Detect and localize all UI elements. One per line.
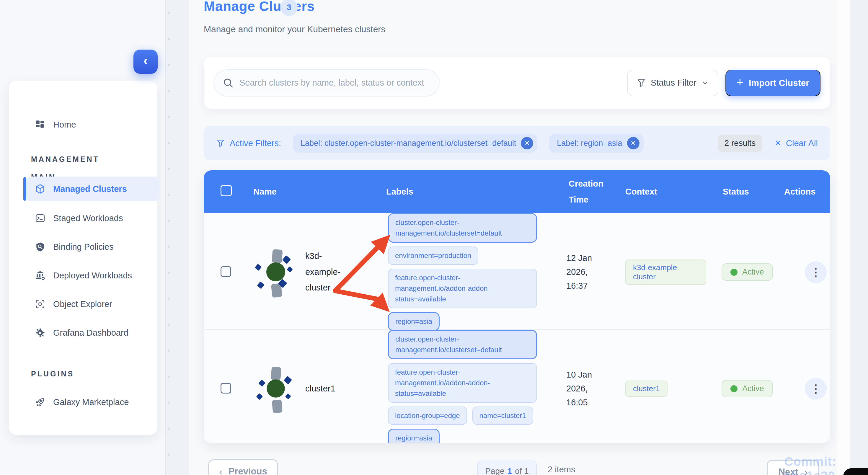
chevron-left-icon: ‹ xyxy=(219,466,222,475)
remove-filter-icon[interactable]: ✕ xyxy=(521,137,533,149)
status-label: Active xyxy=(742,384,764,393)
sidebar: MAIN Home MANAGEMENT Managed Clusters St… xyxy=(9,81,157,435)
sidebar-divider xyxy=(23,145,144,145)
right-background-strip xyxy=(837,0,850,475)
sidebar-item-binding-policies[interactable]: Binding Policies xyxy=(26,238,159,256)
row-actions-menu-button[interactable]: ⋮ xyxy=(805,261,827,283)
page-indicator: Page 1 of 1 xyxy=(477,461,537,475)
table-row: k3d-example-cluster cluster.open-cluster… xyxy=(204,213,830,329)
cube-icon xyxy=(35,184,45,194)
actions-cell: ⋮ xyxy=(768,261,830,283)
active-filters-title: Active Filters: xyxy=(216,138,281,148)
dashboard-grid-icon xyxy=(35,119,45,130)
label-chip[interactable]: region=asia xyxy=(388,429,440,443)
context-chip[interactable]: cluster1 xyxy=(625,381,668,397)
label-chip[interactable]: region=asia xyxy=(388,312,440,331)
toolbar-card: Status Filter + Import Cluster xyxy=(204,57,830,108)
label-chip[interactable]: feature.open-cluster-management.io/addon… xyxy=(388,363,537,403)
terminal-icon xyxy=(35,213,45,223)
label-chip[interactable]: location-group=edge xyxy=(388,407,467,425)
search-field-wrapper xyxy=(213,69,440,97)
label-chip-row: location-group=edge name=cluster1 xyxy=(388,407,533,425)
sidebar-item-label: Object Explorer xyxy=(53,299,112,309)
header-cell-actions: Actions xyxy=(768,187,830,197)
status-label: Active xyxy=(742,267,764,277)
sidebar-item-label: Grafana Dashboard xyxy=(53,328,128,338)
previous-page-button[interactable]: ‹ Previous xyxy=(208,460,278,475)
results-count-badge: 2 results xyxy=(718,135,762,152)
row-checkbox-cell xyxy=(204,383,237,395)
filter-chip-region: Label: region=asia ✕ xyxy=(549,134,643,153)
items-count: 2 items xyxy=(548,465,575,474)
vertical-divider xyxy=(165,0,166,475)
row-checkbox[interactable] xyxy=(221,266,231,277)
header-cell-checkbox xyxy=(204,185,237,198)
active-item-indicator xyxy=(23,177,26,201)
table-header-row: Name Labels Creation Time Context Status… xyxy=(204,170,830,213)
context-chip[interactable]: k3d-example-cluster xyxy=(625,259,706,285)
sidebar-collapse-button[interactable]: ‹ xyxy=(133,50,158,74)
name-cell: cluster1 xyxy=(237,364,370,414)
search-icon xyxy=(222,77,234,89)
context-cell: cluster1 xyxy=(609,381,706,397)
current-page: 1 xyxy=(507,467,512,475)
active-filters-label: Active Filters: xyxy=(230,138,281,148)
bank-check-icon xyxy=(35,270,45,281)
page-label: Page xyxy=(485,467,504,475)
sidebar-divider xyxy=(23,356,144,356)
close-icon: ✕ xyxy=(524,139,530,147)
status-filter-label: Status Filter xyxy=(651,78,696,88)
table-row: cluster1 cluster.open-cluster-management… xyxy=(204,329,830,443)
sidebar-item-home[interactable]: Home xyxy=(26,115,159,134)
page-title: Manage Clusters xyxy=(204,0,315,14)
sidebar-heading-management: MANAGEMENT xyxy=(31,155,99,163)
creation-time: 12 Jan 2026, 16:37 xyxy=(566,251,600,293)
creation-time-cell: 12 Jan 2026, 16:37 xyxy=(552,251,609,293)
context-cell: k3d-example-cluster xyxy=(609,259,706,285)
funnel-icon xyxy=(637,78,646,88)
sidebar-item-label: Deployed Workloads xyxy=(53,271,132,281)
sidebar-item-deployed-workloads[interactable]: Deployed Workloads xyxy=(26,266,159,285)
cluster-name[interactable]: k3d-example-cluster xyxy=(305,248,354,296)
cluster-name[interactable]: cluster1 xyxy=(305,381,354,397)
sidebar-heading-plugins: PLUGINS xyxy=(31,370,74,378)
label-chip[interactable]: name=cluster1 xyxy=(472,407,533,425)
corner-widget[interactable] xyxy=(843,468,868,475)
label-chip[interactable]: feature.open-cluster-management.io/addon… xyxy=(388,268,537,308)
creation-time: 10 Jan 2026, 16:05 xyxy=(566,368,600,409)
status-filter-button[interactable]: Status Filter xyxy=(627,70,718,96)
filter-chip-label: Label: region=asia xyxy=(557,139,622,148)
row-checkbox-cell xyxy=(204,266,237,278)
labels-cell: cluster.open-cluster-management.io/clust… xyxy=(370,213,552,331)
search-input[interactable] xyxy=(214,70,439,96)
status-badge: Active xyxy=(721,380,773,398)
filter-chip-clusterset: Label: cluster.open-cluster-management.i… xyxy=(293,134,537,153)
label-chip[interactable]: environment=production xyxy=(388,247,478,265)
label-chip[interactable]: cluster.open-cluster-management.io/clust… xyxy=(388,330,537,359)
close-icon: ✕ xyxy=(631,139,636,147)
remove-filter-icon[interactable]: ✕ xyxy=(627,137,640,149)
label-chip[interactable]: cluster.open-cluster-management.io/clust… xyxy=(388,213,537,243)
rocket-icon xyxy=(35,397,45,407)
sidebar-item-managed-clusters[interactable]: Managed Clusters xyxy=(26,177,159,201)
import-cluster-button[interactable]: + Import Cluster xyxy=(725,70,820,96)
kebab-icon: ⋮ xyxy=(810,382,822,395)
sidebar-item-grafana-dashboard[interactable]: Grafana Dashboard xyxy=(26,323,159,342)
chevron-left-icon: ‹ xyxy=(144,54,148,67)
toolbar-actions: Status Filter + Import Cluster xyxy=(627,70,820,96)
shield-search-icon xyxy=(35,242,45,252)
clear-all-filters-button[interactable]: ✕ Clear All xyxy=(774,138,818,148)
sidebar-item-staged-workloads[interactable]: Staged Workloads xyxy=(26,209,159,228)
sidebar-item-object-explorer[interactable]: Object Explorer xyxy=(26,295,159,314)
clusters-table: Name Labels Creation Time Context Status… xyxy=(204,170,830,443)
kebab-icon: ⋮ xyxy=(810,266,822,279)
sidebar-item-galaxy-marketplace[interactable]: Galaxy Marketplace xyxy=(26,393,159,412)
sidebar-item-label: Staged Workloads xyxy=(53,214,123,223)
page-subtitle: Manage and monitor your Kubernetes clust… xyxy=(204,24,385,34)
filter-chip-label: Label: cluster.open-cluster-management.i… xyxy=(301,139,516,148)
cluster-topology-icon xyxy=(256,247,297,297)
row-checkbox[interactable] xyxy=(221,383,231,393)
clear-all-label: Clear All xyxy=(786,138,818,148)
row-actions-menu-button[interactable]: ⋮ xyxy=(805,378,827,400)
select-all-checkbox[interactable] xyxy=(221,185,232,196)
